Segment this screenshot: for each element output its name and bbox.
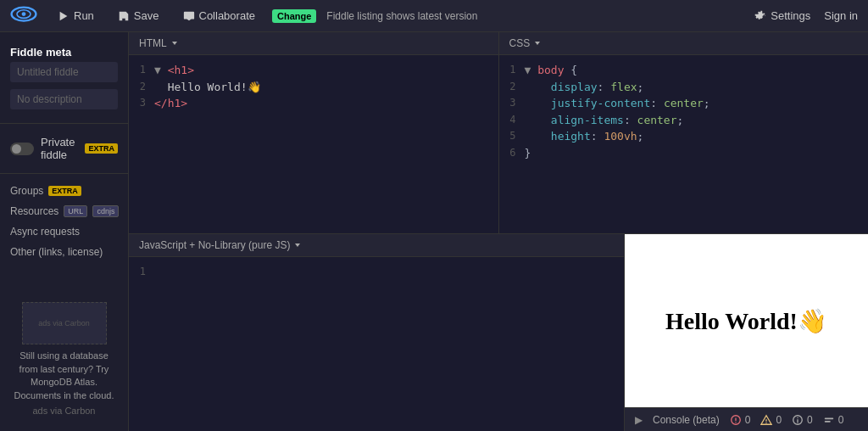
css-line-4: 4 align-items: center; [499, 112, 869, 129]
cdnjs-badge: cdnjs [92, 205, 119, 217]
fiddle-title-input[interactable] [10, 62, 118, 82]
svg-point-12 [766, 422, 767, 423]
css-editor-header[interactable]: CSS [499, 32, 869, 55]
editor-area: HTML 1 ▼ <h1> 2 Hello World!👋 3 </h1> [129, 32, 868, 431]
private-fiddle-row: Private fiddle EXTRA [0, 131, 128, 166]
divider-1 [0, 123, 128, 124]
private-toggle[interactable] [10, 143, 34, 155]
sidebar: Fiddle meta Private fiddle EXTRA Groups … [0, 32, 129, 431]
console-info-item: 0 [792, 414, 813, 426]
html-line-3: 3 </h1> [129, 95, 498, 112]
svg-marker-5 [535, 42, 540, 45]
css-dropdown-icon [533, 39, 542, 48]
svg-marker-3 [60, 11, 68, 20]
preview-content: Hello World!👋 [625, 234, 868, 407]
settings-button[interactable]: Settings [754, 9, 810, 22]
async-label: Async requests [10, 226, 80, 238]
css-label: CSS [509, 37, 531, 49]
svg-point-15 [797, 417, 798, 417]
other-label: Other (links, license) [10, 246, 103, 258]
js-editor-body[interactable]: 1 [129, 257, 624, 431]
console-error-item: 0 [730, 414, 751, 426]
private-label: Private fiddle [41, 136, 78, 161]
js-label: JavaScript + No-Library (pure JS) [139, 239, 290, 251]
main-layout: Fiddle meta Private fiddle EXTRA Groups … [0, 32, 868, 431]
ad-image: ads via Carbon [22, 302, 107, 344]
topbar-right: Settings Sign in [754, 9, 858, 22]
private-extra-badge: EXTRA [85, 143, 118, 154]
svg-rect-17 [825, 420, 831, 422]
html-label: HTML [139, 37, 167, 49]
js-line-1: 1 [129, 264, 624, 279]
js-dropdown-icon [293, 241, 302, 249]
console-error-icon [730, 414, 742, 426]
html-editor-body[interactable]: 1 ▼ <h1> 2 Hello World!👋 3 </h1> [129, 55, 498, 233]
js-editor: JavaScript + No-Library (pure JS) 1 [129, 234, 625, 431]
groups-label: Groups [10, 185, 43, 197]
svg-point-2 [22, 12, 26, 16]
svg-point-9 [735, 421, 736, 422]
console-log-item: 0 [823, 414, 844, 426]
resources-row[interactable]: Resources URL cdnjs [0, 201, 128, 221]
html-line-2: 2 Hello World!👋 [129, 79, 498, 96]
preview-pane: Hello World!👋 ▶ Console (beta) 0 0 [625, 234, 868, 431]
ad-link: ads via Carbon [10, 406, 118, 416]
sidebar-ad: ads via Carbon Still using a database fr… [0, 295, 128, 423]
svg-rect-16 [825, 417, 834, 419]
svg-marker-4 [172, 42, 177, 45]
topbar: Run Save Collaborate Change Fiddle listi… [0, 0, 868, 32]
svg-marker-6 [295, 243, 300, 247]
console-warn-icon [760, 414, 772, 426]
ad-text: Still using a database from last century… [10, 350, 118, 402]
console-info-count: 0 [807, 414, 813, 426]
css-line-5: 5 height: 100vh; [499, 128, 869, 145]
fiddle-meta-title: Fiddle meta [0, 41, 128, 62]
fiddle-desc-input[interactable] [10, 89, 118, 109]
html-dropdown-icon [170, 39, 179, 48]
css-line-3: 3 justify-content: center; [499, 95, 869, 112]
css-editor-body[interactable]: 1 ▼ body { 2 display: flex; 3 justify-co… [499, 55, 869, 233]
save-button[interactable]: Save [111, 6, 166, 25]
css-line-1: 1 ▼ body { [499, 62, 869, 79]
css-line-2: 2 display: flex; [499, 79, 869, 96]
console-info-icon [792, 414, 804, 426]
run-button[interactable]: Run [51, 6, 101, 25]
divider-2 [0, 173, 128, 174]
resources-label: Resources [10, 205, 58, 217]
console-warn-item: 0 [760, 414, 782, 426]
console-log-count: 0 [838, 414, 844, 426]
html-editor-header[interactable]: HTML [129, 32, 498, 55]
collaborate-button[interactable]: Collaborate [176, 6, 263, 25]
js-editor-header[interactable]: JavaScript + No-Library (pure JS) [129, 234, 624, 257]
html-editor: HTML 1 ▼ <h1> 2 Hello World!👋 3 </h1> [129, 32, 499, 233]
other-row[interactable]: Other (links, license) [0, 242, 128, 262]
css-editor: CSS 1 ▼ body { 2 display: flex; 3 ju [499, 32, 869, 233]
logo [10, 6, 37, 26]
change-badge: Change [272, 9, 316, 23]
console-log-icon [823, 414, 835, 426]
console-label: Console (beta) [653, 414, 720, 426]
console-bar: ▶ Console (beta) 0 0 0 [625, 407, 868, 431]
css-line-6: 6 } [499, 145, 869, 162]
fiddle-info: Fiddle listing shows latest version [326, 10, 477, 22]
editors-bottom: JavaScript + No-Library (pure JS) 1 Hell… [129, 234, 868, 431]
jsfiddle-logo [10, 6, 37, 26]
console-warn-count: 0 [776, 414, 782, 426]
groups-extra-badge: EXTRA [48, 186, 81, 196]
signin-button[interactable]: Sign in [824, 9, 858, 22]
preview-hello-text: Hello World!👋 [665, 307, 827, 335]
url-badge: URL [64, 205, 87, 217]
editors-top: HTML 1 ▼ <h1> 2 Hello World!👋 3 </h1> [129, 32, 868, 234]
console-error-count: 0 [745, 414, 751, 426]
html-line-1: 1 ▼ <h1> [129, 62, 498, 79]
groups-row[interactable]: Groups EXTRA [0, 181, 128, 201]
async-row[interactable]: Async requests [0, 221, 128, 242]
toggle-thumb [12, 144, 21, 154]
